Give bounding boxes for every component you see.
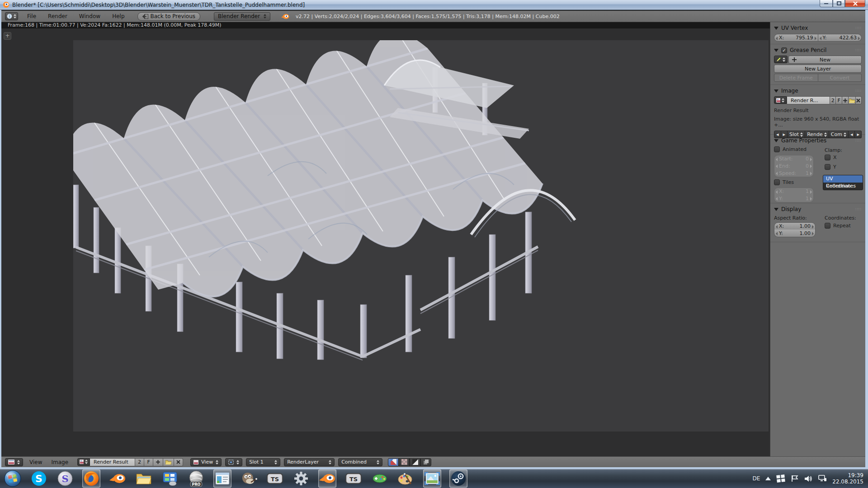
- uv-vertex-header[interactable]: UV Vertex ∷∷: [774, 23, 862, 33]
- taskbar-icon-control-panel[interactable]: [161, 469, 179, 488]
- start-button[interactable]: [4, 469, 22, 488]
- editor-type-button[interactable]: [5, 458, 23, 466]
- grease-pencil-source-button[interactable]: [774, 56, 788, 63]
- uv-vertex-x-field[interactable]: X: 795.19: [774, 34, 818, 42]
- view-menu[interactable]: View: [27, 458, 45, 466]
- image-header[interactable]: Image ∷∷: [774, 86, 862, 95]
- taskbar-icon-gear[interactable]: [292, 469, 310, 488]
- display-header[interactable]: Display ∷∷: [774, 205, 862, 214]
- render-engine-select[interactable]: Blender Render: [214, 12, 270, 21]
- render-layer-select[interactable]: RenderLayer: [284, 458, 335, 466]
- open-image-button[interactable]: [163, 458, 174, 466]
- repeat-checkbox[interactable]: [825, 223, 830, 229]
- delete-frame-button[interactable]: Delete Frame: [774, 74, 818, 82]
- minimize-button[interactable]: [820, 0, 833, 7]
- slot-select[interactable]: Slot 1: [246, 458, 280, 466]
- panel-grip-icon[interactable]: ∷∷: [856, 26, 862, 30]
- image-name-field[interactable]: Render R...: [787, 96, 830, 104]
- clamp-x-checkbox[interactable]: [825, 155, 830, 160]
- maximize-button[interactable]: [833, 0, 845, 7]
- pivot-select[interactable]: [225, 458, 242, 466]
- render-result-image[interactable]: [73, 40, 769, 432]
- clamp-y-checkbox[interactable]: [825, 164, 830, 170]
- language-indicator[interactable]: DE: [752, 475, 760, 482]
- panel-grip-icon[interactable]: ∷∷: [856, 138, 862, 143]
- game-controller-icon: [372, 472, 388, 485]
- tiles-y-field[interactable]: Y: 1: [774, 195, 814, 202]
- mapping-option-reflection[interactable]: Reflection: [823, 183, 863, 190]
- taskbar-icon-blender-render[interactable]: [318, 469, 336, 488]
- grease-pencil-header[interactable]: ✓ Grease Pencil ∷∷: [774, 46, 862, 55]
- start-field[interactable]: Start: 0: [774, 155, 814, 163]
- mapping-option-uv-coordinates[interactable]: UV Coordinates: [823, 175, 863, 183]
- new-layer-button[interactable]: New Layer: [774, 65, 862, 73]
- image-menu[interactable]: Image: [48, 458, 71, 466]
- image-users-button[interactable]: 2: [830, 96, 836, 104]
- menu-file[interactable]: File: [24, 12, 39, 20]
- tiles-x-field[interactable]: X: 1: [774, 188, 814, 195]
- aspect-x-field[interactable]: X: 1.00: [774, 222, 816, 230]
- blender-window: i File Render Window Help Back to Previo…: [0, 10, 868, 469]
- unlink-image-button[interactable]: [174, 458, 183, 466]
- taskbar-icon-teamspeak[interactable]: TS: [266, 469, 284, 488]
- panel-grip-icon[interactable]: ∷∷: [856, 89, 862, 93]
- taskbar-icon-image-viewer[interactable]: [423, 469, 441, 488]
- end-field[interactable]: End: 0: [774, 162, 814, 170]
- plus-icon: [843, 98, 848, 103]
- animated-checkbox[interactable]: [774, 146, 780, 152]
- taskbar-icon-blender[interactable]: [108, 469, 127, 488]
- draw-border-toggle[interactable]: [420, 458, 431, 466]
- menu-render[interactable]: Render: [45, 12, 70, 20]
- draw-zbuffer-toggle[interactable]: [410, 458, 420, 466]
- view-mode-select[interactable]: View: [190, 458, 222, 466]
- taskbar-icon-teamspeak-2[interactable]: TS: [344, 469, 363, 488]
- taskbar-icon-firefox[interactable]: [82, 469, 100, 488]
- grease-pencil-new-button[interactable]: New: [788, 56, 862, 64]
- menu-help[interactable]: Help: [109, 12, 127, 20]
- uv-vertex-y-field[interactable]: Y: 422.63: [818, 34, 862, 42]
- folder-icon: [165, 460, 171, 465]
- editor-type-selector[interactable]: i: [5, 12, 18, 20]
- convert-button[interactable]: Convert: [818, 74, 862, 82]
- close-button[interactable]: [845, 0, 865, 7]
- taskbar-icon-explorer[interactable]: [135, 469, 153, 488]
- uv-image-editor[interactable]: Frame:168 | Time:01:00.77 | Ve:2024 Fa:1…: [1, 22, 770, 456]
- speed-field[interactable]: Speed: 1: [774, 169, 814, 177]
- properties-region: UV Vertex ∷∷ X: 795.19 Y: 422.63: [770, 22, 865, 456]
- fake-user-button[interactable]: F: [836, 96, 842, 104]
- unlink-image-button[interactable]: [856, 96, 862, 104]
- window-titlebar[interactable]: Blender* [C:\Users\Schmiddi\Desktop\3D\B…: [0, 0, 868, 10]
- back-to-previous-button[interactable]: Back to Previous: [137, 12, 201, 21]
- tiles-checkbox[interactable]: [774, 179, 780, 185]
- fake-user-button[interactable]: F: [144, 458, 153, 466]
- game-properties-header[interactable]: Game Properties ∷∷: [774, 136, 862, 145]
- new-image-button[interactable]: [842, 96, 849, 104]
- draw-alpha-toggle[interactable]: [399, 458, 410, 466]
- clock[interactable]: 19:39 22.08.2015: [832, 472, 863, 485]
- taskbar-icon-s-app[interactable]: S: [56, 469, 74, 488]
- image-users-button[interactable]: 2: [135, 458, 144, 466]
- folder-icon: [849, 98, 855, 103]
- panel-grip-icon[interactable]: ∷∷: [856, 48, 862, 52]
- region-expand-button[interactable]: +: [4, 32, 11, 40]
- new-image-button[interactable]: [153, 458, 163, 466]
- taskbar-icon-program-window[interactable]: [213, 469, 231, 488]
- open-image-button[interactable]: [849, 96, 855, 104]
- panel-grip-icon[interactable]: ∷∷: [856, 207, 862, 211]
- panel-grease-pencil: ✓ Grease Pencil ∷∷: [770, 44, 865, 85]
- grease-pencil-checkbox[interactable]: ✓: [781, 47, 787, 53]
- taskbar-icon-steam[interactable]: [449, 469, 467, 488]
- taskbar-icon-paint[interactable]: [397, 469, 415, 488]
- taskbar-icon-gimp[interactable]: [240, 469, 258, 488]
- image-browse-button[interactable]: [77, 458, 90, 466]
- taskbar-icon-game-controller[interactable]: [371, 469, 389, 488]
- image-name-field[interactable]: Render Result: [90, 458, 135, 466]
- taskbar-icon-skype[interactable]: S: [30, 469, 48, 488]
- taskbar-icon-google-earth-pro[interactable]: PRO: [187, 469, 205, 488]
- menu-window[interactable]: Window: [76, 12, 103, 20]
- draw-color-alpha-toggle[interactable]: [388, 458, 399, 466]
- aspect-y-field[interactable]: Y: 1.00: [774, 230, 816, 237]
- render-pass-select[interactable]: Combined: [338, 458, 382, 466]
- image-browse-button[interactable]: [774, 96, 787, 104]
- collapse-triangle-icon: [774, 49, 778, 52]
